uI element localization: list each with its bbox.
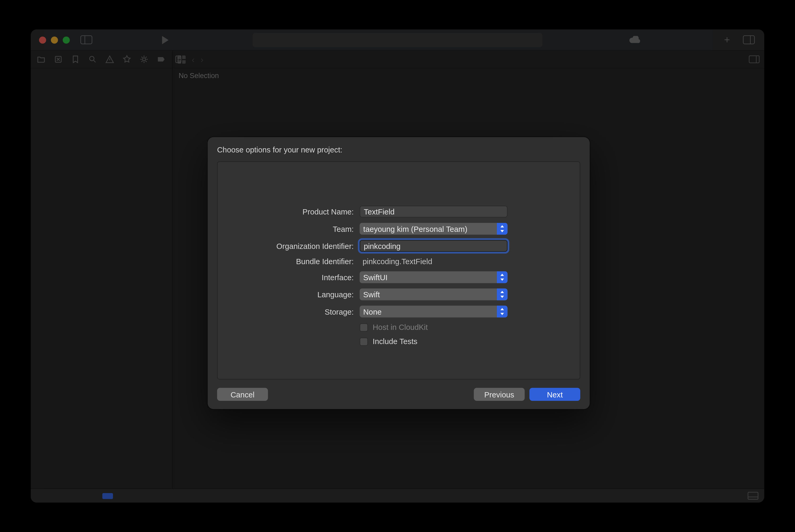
storage-select[interactable]: None bbox=[360, 306, 508, 318]
sheet-title: Choose options for your new project: bbox=[217, 145, 581, 154]
jump-bar: ‹ › bbox=[173, 51, 764, 69]
titlebar: + bbox=[31, 30, 764, 51]
status-bar bbox=[31, 488, 764, 502]
chevron-up-down-icon bbox=[497, 223, 508, 235]
chevron-up-down-icon bbox=[497, 271, 508, 283]
storage-value: None bbox=[363, 307, 382, 316]
bundle-id-label: Bundle Identifier: bbox=[218, 257, 354, 266]
cloudkit-label: Host in CloudKit bbox=[373, 323, 428, 332]
org-id-input[interactable]: pinkcoding bbox=[360, 240, 508, 252]
debug-navigator-icon[interactable] bbox=[139, 55, 149, 64]
team-select[interactable]: taeyoung kim (Personal Team) bbox=[360, 223, 508, 235]
product-name-label: Product Name: bbox=[218, 207, 354, 216]
new-project-options-sheet: Choose options for your new project: Pro… bbox=[208, 137, 590, 409]
include-tests-checkbox-row[interactable]: Include Tests bbox=[360, 337, 508, 346]
language-value: Swift bbox=[363, 290, 380, 299]
bundle-id-value: pinkcoding.TextField bbox=[360, 257, 508, 266]
breakpoint-navigator-icon[interactable] bbox=[157, 55, 166, 64]
cancel-button[interactable]: Cancel bbox=[217, 388, 268, 401]
toggle-inspectors-icon[interactable] bbox=[743, 36, 755, 44]
go-back-icon[interactable]: ‹ bbox=[192, 54, 194, 64]
test-navigator-icon[interactable] bbox=[122, 55, 131, 64]
product-name-input[interactable]: TextField bbox=[360, 206, 508, 217]
no-selection-label: No Selection bbox=[179, 72, 219, 80]
sheet-footer: Cancel Previous Next bbox=[217, 380, 581, 401]
related-items-icon[interactable] bbox=[177, 55, 186, 63]
language-select[interactable]: Swift bbox=[360, 289, 508, 300]
interface-value: SwiftUI bbox=[363, 273, 388, 282]
org-id-value: pinkcoding bbox=[364, 242, 401, 250]
zoom-icon[interactable] bbox=[63, 36, 70, 43]
filter-icon bbox=[102, 493, 113, 499]
include-tests-checkbox[interactable] bbox=[360, 337, 368, 346]
activity-status-bar[interactable] bbox=[253, 33, 543, 47]
include-tests-label: Include Tests bbox=[373, 337, 417, 346]
run-button-icon[interactable] bbox=[162, 36, 169, 44]
filter-bar[interactable] bbox=[37, 493, 179, 499]
org-id-label: Organization Identifier: bbox=[218, 242, 354, 250]
selection-bar: No Selection bbox=[173, 69, 764, 83]
previous-button[interactable]: Previous bbox=[474, 388, 525, 401]
navigator-sidebar bbox=[31, 51, 173, 488]
cloudkit-checkbox bbox=[360, 323, 368, 331]
project-navigator-icon[interactable] bbox=[37, 55, 46, 64]
go-forward-icon[interactable]: › bbox=[201, 54, 204, 64]
toggle-navigator-icon[interactable] bbox=[80, 36, 92, 44]
source-control-navigator-icon[interactable] bbox=[54, 55, 63, 64]
navigator-tabs bbox=[31, 51, 172, 69]
minimize-icon[interactable] bbox=[51, 36, 58, 43]
issue-navigator-icon[interactable] bbox=[106, 55, 114, 64]
library-add-icon[interactable]: + bbox=[724, 34, 730, 46]
cloudkit-checkbox-row: Host in CloudKit bbox=[360, 323, 508, 332]
team-label: Team: bbox=[218, 224, 354, 233]
language-label: Language: bbox=[218, 290, 354, 299]
interface-label: Interface: bbox=[218, 273, 354, 282]
close-icon[interactable] bbox=[39, 36, 46, 43]
storage-label: Storage: bbox=[218, 307, 354, 316]
cloud-status-icon bbox=[629, 35, 640, 45]
find-navigator-icon[interactable] bbox=[88, 55, 97, 64]
chevron-up-down-icon bbox=[497, 289, 508, 300]
next-button[interactable]: Next bbox=[529, 388, 581, 401]
team-value: taeyoung kim (Personal Team) bbox=[363, 224, 468, 233]
svg-point-1 bbox=[90, 56, 94, 61]
svg-point-2 bbox=[143, 58, 145, 61]
interface-select[interactable]: SwiftUI bbox=[360, 271, 508, 283]
product-name-value: TextField bbox=[364, 207, 395, 216]
bookmark-navigator-icon[interactable] bbox=[71, 55, 80, 64]
traffic-lights bbox=[31, 36, 70, 43]
toggle-debug-area-icon[interactable] bbox=[748, 492, 758, 500]
editor-options-icon[interactable] bbox=[749, 55, 760, 63]
sheet-form-area: Product Name: TextField Team: taeyoung k… bbox=[217, 162, 581, 380]
chevron-up-down-icon bbox=[497, 306, 508, 318]
